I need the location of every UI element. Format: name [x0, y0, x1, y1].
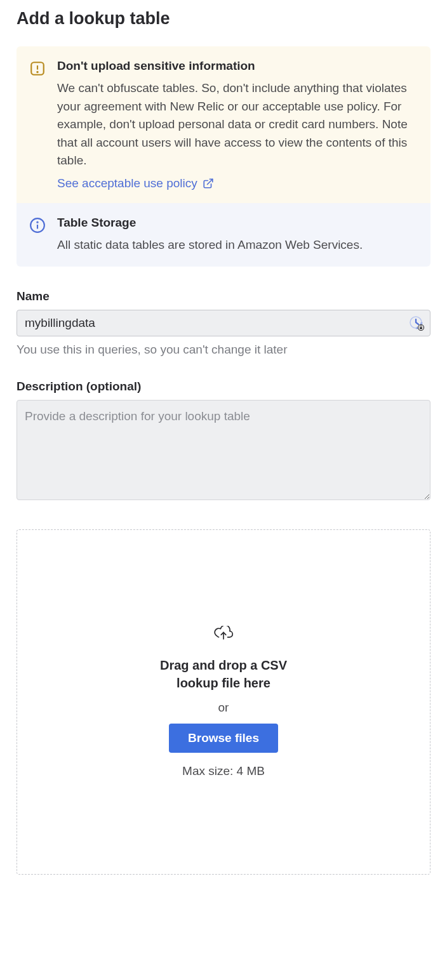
svg-rect-10	[420, 327, 422, 329]
svg-point-6	[37, 222, 37, 222]
cloud-upload-icon	[214, 626, 233, 642]
svg-line-3	[207, 179, 212, 184]
lock-cursor-icon	[409, 315, 424, 331]
alert-warning-text: We can't obfuscate tables. So, don't inc…	[57, 79, 418, 170]
alert-info-title: Table Storage	[57, 216, 418, 230]
svg-point-2	[37, 72, 37, 72]
dropzone-or: or	[218, 701, 229, 715]
alert-warning: Don't upload sensitive information We ca…	[17, 46, 430, 203]
name-label: Name	[17, 289, 430, 303]
warning-icon	[29, 60, 46, 77]
description-section: Description (optional)	[17, 380, 430, 503]
description-input[interactable]	[17, 400, 430, 500]
alert-warning-title: Don't upload sensitive information	[57, 59, 418, 73]
name-section: Name You use this in queries, so you can…	[17, 289, 430, 357]
link-label: See acceptable use policy	[57, 176, 197, 190]
name-input[interactable]	[17, 310, 430, 336]
alert-info-text: All static data tables are stored in Ama…	[57, 236, 418, 255]
browse-files-button[interactable]: Browse files	[169, 724, 278, 753]
external-link-icon	[203, 178, 214, 189]
name-helper: You use this in queries, so you can't ch…	[17, 343, 430, 357]
file-dropzone[interactable]: Drag and drop a CSV lookup file here or …	[17, 529, 430, 875]
page-title: Add a lookup table	[17, 9, 430, 29]
acceptable-use-policy-link[interactable]: See acceptable use policy	[57, 176, 214, 190]
info-icon	[29, 217, 46, 234]
max-size-text: Max size: 4 MB	[182, 764, 265, 778]
dropzone-title: Drag and drop a CSV lookup file here	[141, 656, 306, 692]
description-label: Description (optional)	[17, 380, 430, 394]
alert-info: Table Storage All static data tables are…	[17, 203, 430, 267]
